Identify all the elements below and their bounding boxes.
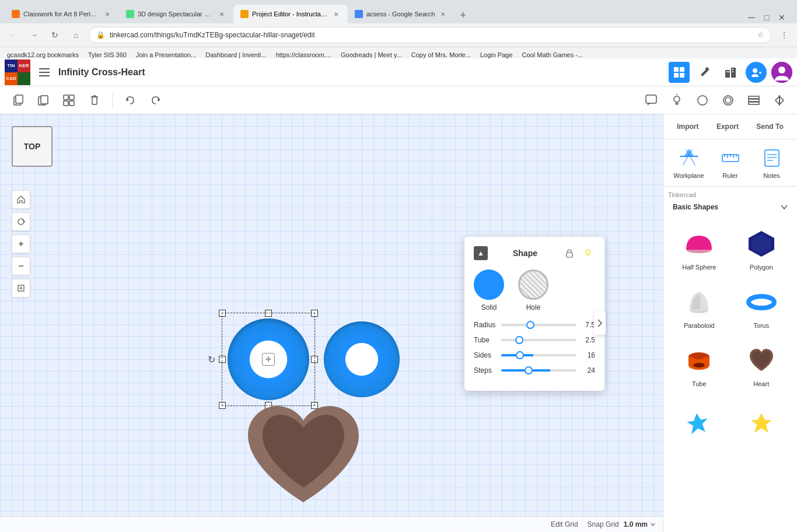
minimize-button[interactable]: ─	[746, 12, 757, 23]
layers-button[interactable]	[743, 90, 764, 111]
shape-panel-collapse[interactable]: ▲	[474, 246, 488, 260]
tube-item[interactable]: Tube	[670, 338, 728, 392]
tab-2[interactable]: 3D design Spectacular Hillar-Sn... ✕	[119, 5, 233, 23]
move-icon[interactable]: ✛	[262, 353, 275, 366]
comment-button[interactable]	[641, 90, 662, 111]
star-cyan-svg	[683, 407, 715, 440]
torus-item[interactable]: Torus	[733, 280, 791, 334]
solid-option[interactable]: Solid	[474, 270, 504, 312]
heart-shape[interactable]	[230, 380, 376, 520]
workplane-icon	[677, 146, 701, 170]
svg-rect-54	[567, 253, 572, 257]
paraboloid-item[interactable]: Paraboloid	[670, 280, 728, 334]
heart-svg	[230, 380, 376, 520]
shape-filled-icon	[722, 94, 735, 107]
tab-4-close[interactable]: ✕	[438, 9, 448, 19]
send-to-button[interactable]: Send To	[749, 119, 790, 134]
tab-2-close[interactable]: ✕	[217, 9, 226, 19]
address-bar[interactable]: 🔒 tinkercad.com/things/kuTmdKzTEBg-spect…	[89, 27, 771, 43]
duplicate-button[interactable]	[33, 90, 54, 111]
workplane-tool[interactable]: Workplane	[670, 146, 708, 179]
canvas-area[interactable]: TOP	[0, 114, 663, 532]
svg-rect-41	[749, 99, 759, 102]
heart-item[interactable]: Heart	[733, 338, 791, 392]
snap-grid-value-btn[interactable]: 1.0 mm	[624, 520, 656, 528]
menu-button[interactable]	[35, 63, 54, 82]
shape-panel: ▲ Shape	[464, 237, 604, 391]
svg-rect-2	[39, 75, 50, 76]
snap-grid-control: Snap Grid 1.0 mm	[588, 520, 656, 528]
tab-3[interactable]: Project Editor - Instructables ✕	[233, 5, 348, 23]
buildings-button[interactable]	[720, 62, 741, 83]
solid-label: Solid	[481, 303, 497, 312]
toolbar	[0, 86, 797, 114]
svg-marker-30	[127, 98, 129, 102]
tube-slider[interactable]	[501, 339, 576, 341]
panel-expand-arrow[interactable]	[594, 312, 606, 335]
tab-1-close[interactable]: ✕	[103, 9, 112, 19]
lightbulb-button[interactable]	[666, 90, 687, 111]
group-button[interactable]	[58, 90, 79, 111]
steps-slider[interactable]	[501, 369, 576, 372]
forward-button[interactable]: →	[26, 27, 42, 43]
user-avatar[interactable]	[771, 62, 792, 83]
hammer-button[interactable]	[694, 62, 715, 83]
undo-button[interactable]	[120, 90, 141, 111]
mirror-button[interactable]	[769, 90, 790, 111]
new-tab-button[interactable]: +	[455, 7, 471, 23]
import-button[interactable]: Import	[670, 119, 705, 134]
hole-option[interactable]: Hole	[518, 270, 548, 312]
export-button[interactable]: Export	[709, 119, 746, 134]
svg-rect-23	[64, 95, 68, 100]
star-yellow-item[interactable]	[733, 401, 791, 448]
half-sphere-item[interactable]: Half Sphere	[670, 222, 728, 275]
sides-slider[interactable]	[501, 354, 576, 356]
home-button[interactable]: ⌂	[68, 27, 84, 43]
lock-icon	[565, 249, 574, 258]
torus-preview	[744, 285, 779, 320]
polygon-name: Polygon	[750, 264, 773, 271]
tab-4-label: acsess - Google Search	[366, 10, 435, 18]
shape-panel-lightbulb[interactable]	[581, 246, 595, 260]
shapes-dropdown[interactable]: Basic Shapes	[668, 200, 792, 215]
extensions-icon[interactable]: ⋮	[776, 27, 792, 43]
reload-button[interactable]: ↻	[47, 27, 63, 43]
tab-3-close[interactable]: ✕	[331, 9, 341, 19]
close-button[interactable]: ✕	[776, 12, 788, 23]
svg-rect-25	[64, 101, 68, 106]
radius-row: Radius 7.5	[474, 321, 595, 329]
shape-outline-button[interactable]	[692, 90, 713, 111]
svg-rect-40	[749, 96, 759, 99]
copy-button[interactable]	[7, 90, 28, 111]
edit-grid-label[interactable]: Edit Grid	[551, 520, 578, 528]
basic-shapes-label: Basic Shapes	[673, 203, 718, 211]
tab-4[interactable]: acsess - Google Search ✕	[348, 5, 455, 23]
sides-label: Sides	[474, 351, 497, 359]
logo-cell-tin: TIN	[5, 60, 18, 72]
shape-panel-lock[interactable]	[562, 246, 576, 260]
canvas-bottom-bar: Edit Grid Snap Grid 1.0 mm	[0, 516, 663, 532]
svg-marker-45	[779, 96, 784, 104]
polygon-item[interactable]: Polygon	[733, 222, 791, 275]
rotate-handle[interactable]: ↻	[208, 354, 215, 365]
add-person-button[interactable]	[746, 62, 767, 83]
ruler-tool[interactable]: Ruler	[712, 146, 749, 179]
svg-rect-42	[749, 102, 759, 104]
grid-view-button[interactable]	[669, 62, 690, 83]
star-cyan-item[interactable]	[670, 401, 728, 448]
tab-1[interactable]: Classwork for Art 8 Period 2, M... ✕	[5, 5, 119, 23]
maximize-button[interactable]: □	[761, 12, 772, 23]
steps-value: 24	[581, 366, 595, 374]
back-button[interactable]: ←	[5, 27, 21, 43]
svg-rect-0	[39, 68, 50, 69]
redo-button[interactable]	[145, 90, 166, 111]
half-sphere-svg	[683, 228, 715, 260]
shapes-section: Tinkercad Basic Shapes	[663, 187, 797, 532]
undo-icon	[124, 94, 136, 106]
radius-slider[interactable]	[501, 324, 576, 326]
svg-point-81	[693, 363, 705, 368]
delete-button[interactable]	[84, 90, 105, 111]
notes-tool[interactable]: Notes	[753, 146, 791, 179]
right-panel-tools: Workplane Ruler	[663, 139, 797, 187]
shape-filled-button[interactable]	[718, 90, 739, 111]
